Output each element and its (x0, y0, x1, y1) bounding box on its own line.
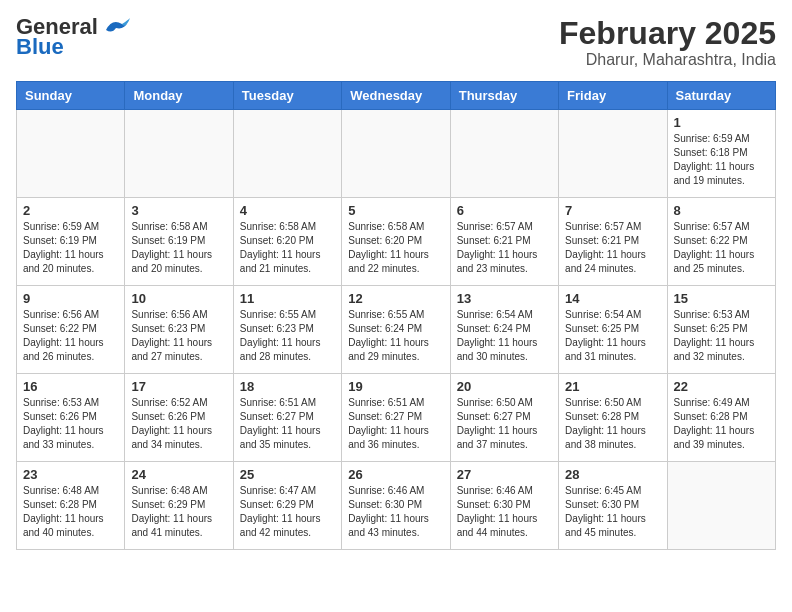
weekday-header-monday: Monday (125, 82, 233, 110)
day-info: Sunrise: 6:45 AM Sunset: 6:30 PM Dayligh… (565, 484, 660, 540)
calendar-cell (17, 110, 125, 198)
day-number: 16 (23, 379, 118, 394)
day-info: Sunrise: 6:56 AM Sunset: 6:23 PM Dayligh… (131, 308, 226, 364)
calendar-cell: 4Sunrise: 6:58 AM Sunset: 6:20 PM Daylig… (233, 198, 341, 286)
day-info: Sunrise: 6:51 AM Sunset: 6:27 PM Dayligh… (348, 396, 443, 452)
calendar-cell: 21Sunrise: 6:50 AM Sunset: 6:28 PM Dayli… (559, 374, 667, 462)
calendar-table: SundayMondayTuesdayWednesdayThursdayFrid… (16, 81, 776, 550)
day-number: 13 (457, 291, 552, 306)
calendar-cell (667, 462, 775, 550)
day-number: 11 (240, 291, 335, 306)
calendar-cell: 8Sunrise: 6:57 AM Sunset: 6:22 PM Daylig… (667, 198, 775, 286)
day-number: 2 (23, 203, 118, 218)
day-number: 22 (674, 379, 769, 394)
logo-blue-text: Blue (16, 36, 64, 58)
day-number: 9 (23, 291, 118, 306)
day-number: 3 (131, 203, 226, 218)
day-info: Sunrise: 6:54 AM Sunset: 6:24 PM Dayligh… (457, 308, 552, 364)
day-info: Sunrise: 6:48 AM Sunset: 6:29 PM Dayligh… (131, 484, 226, 540)
calendar-cell: 10Sunrise: 6:56 AM Sunset: 6:23 PM Dayli… (125, 286, 233, 374)
calendar-cell: 7Sunrise: 6:57 AM Sunset: 6:21 PM Daylig… (559, 198, 667, 286)
day-number: 15 (674, 291, 769, 306)
calendar-cell: 3Sunrise: 6:58 AM Sunset: 6:19 PM Daylig… (125, 198, 233, 286)
weekday-header-saturday: Saturday (667, 82, 775, 110)
day-number: 17 (131, 379, 226, 394)
day-number: 6 (457, 203, 552, 218)
day-info: Sunrise: 6:57 AM Sunset: 6:21 PM Dayligh… (457, 220, 552, 276)
calendar-week-row-0: 1Sunrise: 6:59 AM Sunset: 6:18 PM Daylig… (17, 110, 776, 198)
day-info: Sunrise: 6:55 AM Sunset: 6:24 PM Dayligh… (348, 308, 443, 364)
day-info: Sunrise: 6:56 AM Sunset: 6:22 PM Dayligh… (23, 308, 118, 364)
day-number: 10 (131, 291, 226, 306)
day-info: Sunrise: 6:50 AM Sunset: 6:27 PM Dayligh… (457, 396, 552, 452)
day-number: 7 (565, 203, 660, 218)
weekday-header-friday: Friday (559, 82, 667, 110)
day-number: 28 (565, 467, 660, 482)
day-info: Sunrise: 6:58 AM Sunset: 6:20 PM Dayligh… (240, 220, 335, 276)
day-info: Sunrise: 6:55 AM Sunset: 6:23 PM Dayligh… (240, 308, 335, 364)
month-title: February 2025 (559, 16, 776, 51)
title-section: February 2025 Dharur, Maharashtra, India (559, 16, 776, 69)
day-info: Sunrise: 6:46 AM Sunset: 6:30 PM Dayligh… (457, 484, 552, 540)
weekday-header-tuesday: Tuesday (233, 82, 341, 110)
calendar-week-row-2: 9Sunrise: 6:56 AM Sunset: 6:22 PM Daylig… (17, 286, 776, 374)
day-number: 27 (457, 467, 552, 482)
calendar-cell: 14Sunrise: 6:54 AM Sunset: 6:25 PM Dayli… (559, 286, 667, 374)
calendar-cell: 1Sunrise: 6:59 AM Sunset: 6:18 PM Daylig… (667, 110, 775, 198)
calendar-cell: 25Sunrise: 6:47 AM Sunset: 6:29 PM Dayli… (233, 462, 341, 550)
calendar-cell (125, 110, 233, 198)
day-number: 26 (348, 467, 443, 482)
calendar-cell: 20Sunrise: 6:50 AM Sunset: 6:27 PM Dayli… (450, 374, 558, 462)
day-info: Sunrise: 6:59 AM Sunset: 6:18 PM Dayligh… (674, 132, 769, 188)
weekday-header-thursday: Thursday (450, 82, 558, 110)
day-info: Sunrise: 6:52 AM Sunset: 6:26 PM Dayligh… (131, 396, 226, 452)
calendar-cell: 5Sunrise: 6:58 AM Sunset: 6:20 PM Daylig… (342, 198, 450, 286)
calendar-cell: 6Sunrise: 6:57 AM Sunset: 6:21 PM Daylig… (450, 198, 558, 286)
weekday-header-row: SundayMondayTuesdayWednesdayThursdayFrid… (17, 82, 776, 110)
calendar-cell (342, 110, 450, 198)
day-info: Sunrise: 6:58 AM Sunset: 6:19 PM Dayligh… (131, 220, 226, 276)
calendar-week-row-3: 16Sunrise: 6:53 AM Sunset: 6:26 PM Dayli… (17, 374, 776, 462)
calendar-cell: 26Sunrise: 6:46 AM Sunset: 6:30 PM Dayli… (342, 462, 450, 550)
day-number: 18 (240, 379, 335, 394)
calendar-cell: 22Sunrise: 6:49 AM Sunset: 6:28 PM Dayli… (667, 374, 775, 462)
calendar-cell (450, 110, 558, 198)
logo: General Blue (16, 16, 130, 58)
page-header: General Blue February 2025 Dharur, Mahar… (16, 16, 776, 69)
day-info: Sunrise: 6:53 AM Sunset: 6:25 PM Dayligh… (674, 308, 769, 364)
day-number: 19 (348, 379, 443, 394)
calendar-cell: 23Sunrise: 6:48 AM Sunset: 6:28 PM Dayli… (17, 462, 125, 550)
day-info: Sunrise: 6:49 AM Sunset: 6:28 PM Dayligh… (674, 396, 769, 452)
weekday-header-sunday: Sunday (17, 82, 125, 110)
calendar-cell: 2Sunrise: 6:59 AM Sunset: 6:19 PM Daylig… (17, 198, 125, 286)
day-number: 23 (23, 467, 118, 482)
day-number: 14 (565, 291, 660, 306)
calendar-cell: 15Sunrise: 6:53 AM Sunset: 6:25 PM Dayli… (667, 286, 775, 374)
calendar-cell: 27Sunrise: 6:46 AM Sunset: 6:30 PM Dayli… (450, 462, 558, 550)
day-info: Sunrise: 6:50 AM Sunset: 6:28 PM Dayligh… (565, 396, 660, 452)
calendar-week-row-4: 23Sunrise: 6:48 AM Sunset: 6:28 PM Dayli… (17, 462, 776, 550)
day-number: 25 (240, 467, 335, 482)
calendar-cell (233, 110, 341, 198)
calendar-week-row-1: 2Sunrise: 6:59 AM Sunset: 6:19 PM Daylig… (17, 198, 776, 286)
calendar-cell: 28Sunrise: 6:45 AM Sunset: 6:30 PM Dayli… (559, 462, 667, 550)
day-info: Sunrise: 6:59 AM Sunset: 6:19 PM Dayligh… (23, 220, 118, 276)
calendar-cell (559, 110, 667, 198)
day-number: 4 (240, 203, 335, 218)
day-number: 21 (565, 379, 660, 394)
calendar-cell: 13Sunrise: 6:54 AM Sunset: 6:24 PM Dayli… (450, 286, 558, 374)
calendar-cell: 11Sunrise: 6:55 AM Sunset: 6:23 PM Dayli… (233, 286, 341, 374)
calendar-cell: 12Sunrise: 6:55 AM Sunset: 6:24 PM Dayli… (342, 286, 450, 374)
day-info: Sunrise: 6:51 AM Sunset: 6:27 PM Dayligh… (240, 396, 335, 452)
day-number: 8 (674, 203, 769, 218)
day-info: Sunrise: 6:47 AM Sunset: 6:29 PM Dayligh… (240, 484, 335, 540)
logo-bird-icon (102, 16, 130, 38)
calendar-cell: 19Sunrise: 6:51 AM Sunset: 6:27 PM Dayli… (342, 374, 450, 462)
day-info: Sunrise: 6:54 AM Sunset: 6:25 PM Dayligh… (565, 308, 660, 364)
day-number: 5 (348, 203, 443, 218)
day-number: 1 (674, 115, 769, 130)
day-info: Sunrise: 6:57 AM Sunset: 6:22 PM Dayligh… (674, 220, 769, 276)
calendar-cell: 18Sunrise: 6:51 AM Sunset: 6:27 PM Dayli… (233, 374, 341, 462)
calendar-cell: 16Sunrise: 6:53 AM Sunset: 6:26 PM Dayli… (17, 374, 125, 462)
day-number: 24 (131, 467, 226, 482)
